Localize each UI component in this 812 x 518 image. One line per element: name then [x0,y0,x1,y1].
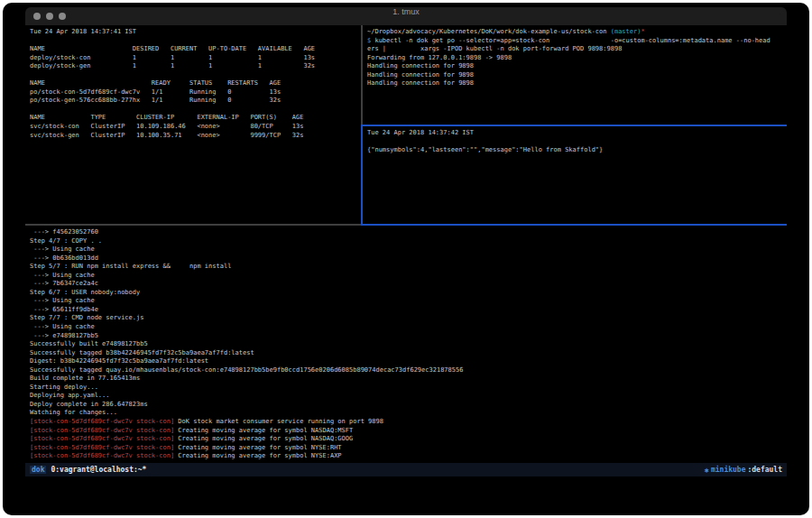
terminal-line: Deploy complete in 286.647823ms [30,401,787,410]
terminal-line: [stock-con-5d7df689cf-dwc7v stock-con] C… [30,452,787,461]
terminal-line: Successfully built e74898127bb5 [30,340,787,349]
window-titlebar[interactable]: 1. tmux [25,7,787,25]
terminal-line: [stock-con-5d7df689cf-dwc7v stock-con] C… [30,427,787,436]
terminal-line: deploy/stock-con 1 1 1 1 13s [30,54,360,63]
tmux-status-bar: dok 0:vagrant@localhost:~* ⎈ minikube :d… [25,463,787,476]
terminal-line: Step 5/7 : RUN npm install express && np… [30,263,787,272]
terminal-line [30,37,360,46]
terminal-window: 1. tmux Tue 24 Apr 2018 14:37:41 ISTNAME… [25,7,787,476]
close-window-button[interactable] [33,13,41,20]
terminal-line: Watching for changes... [30,409,787,418]
terminal-line: Handling connection for 9898 [367,71,787,80]
terminal-line: Handling connection for 9898 [367,62,787,71]
terminal-line: NAME TYPE CLUSTER-IP EXTERNAL-IP PORT(S)… [30,114,360,123]
tmux-client: Tue 24 Apr 2018 14:37:41 ISTNAME DESIRED… [25,25,787,476]
window-title: 1. tmux [25,7,787,16]
terminal-line: $ kubectl -n dok get po --selector=app=s… [367,37,787,46]
kube-namespace-label: :default [747,466,782,474]
terminal-line: ---> Using cache [30,323,787,332]
terminal-line: Deploying app.yaml... [30,392,787,401]
terminal-line: [stock-con-5d7df689cf-dwc7v stock-con] C… [30,435,787,444]
terminal-line: ---> 7b6347ce2a4c [30,280,787,289]
terminal-line: Step 4/7 : COPY . . [30,237,787,246]
terminal-line [30,106,360,115]
terminal-line: po/stock-con-5d7df689cf-dwc7v 1/1 Runnin… [30,88,360,97]
pane-port-forward[interactable]: ~/Dropbox/advocacy/Kubernetes/DoK/work/d… [363,25,787,125]
terminal-line: Successfully tagged b38b42246945fd7f32c5… [30,349,787,358]
terminal-line: deploy/stock-gen 1 1 1 1 32s [30,62,360,71]
kubernetes-helm-icon: ⎈ [705,466,709,475]
terminal-line: ~/Dropbox/advocacy/Kubernetes/DoK/work/d… [367,28,787,37]
pane-skaffold-build-log[interactable]: ---> f45623052760Step 4/7 : COPY . . ---… [25,226,787,463]
terminal-line: ---> Using cache [30,245,787,254]
terminal-line: NAME READY STATUS RESTARTS AGE [30,79,360,88]
terminal-line: Step 6/7 : USER nobody:nobody [30,289,787,298]
terminal-line: ---> Using cache [30,272,787,281]
traffic-lights [33,13,66,20]
terminal-line: ---> 65611ff9db4e [30,306,787,315]
zoom-window-button[interactable] [59,13,66,20]
terminal-line: NAME DESIRED CURRENT UP-TO-DATE AVAILABL… [30,45,360,54]
tmux-session-name[interactable]: dok [30,466,46,474]
minimize-window-button[interactable] [46,13,53,20]
terminal-line: Handling connection for 9898 [367,79,787,88]
terminal-line: ---> Using cache [30,297,787,306]
terminal-line: Tue 24 Apr 2018 14:37:42 IST [367,129,787,138]
terminal-line: Forwarding from 127.0.0.1:9898 -> 9898 [367,54,787,63]
terminal-line [367,138,787,147]
pane-kubectl-watch[interactable]: Tue 24 Apr 2018 14:37:41 ISTNAME DESIRED… [25,25,360,224]
terminal-line: {"numsymbols":4,"lastseen":"","message":… [367,146,787,155]
desktop-background: 1. tmux Tue 24 Apr 2018 14:37:41 ISTNAME… [3,3,809,515]
tmux-status-right: ⎈ minikube :default [705,466,782,475]
terminal-line: svc/stock-gen ClusterIP 10.100.35.71 <no… [30,132,360,141]
terminal-line: ---> 0b636bd013dd [30,254,787,264]
terminal-line: ---> e74898127bb5 [30,332,787,341]
tmux-window-label[interactable]: 0:vagrant@localhost:~* [51,466,146,474]
terminal-line: Digest: b38b42246945fd7f32c5ba9aea7af7fd… [30,357,787,366]
pane-curl-output[interactable]: Tue 24 Apr 2018 14:37:42 IST{"numsymbols… [363,126,787,224]
terminal-line: Tue 24 Apr 2018 14:37:41 IST [30,28,360,37]
terminal-line: po/stock-gen-576cc688bb-277hx 1/1 Runnin… [30,97,360,106]
terminal-line: Build complete in 77.165413ms [30,375,787,384]
terminal-line [30,71,360,80]
terminal-line: [stock-con-5d7df689cf-dwc7v stock-con] C… [30,444,787,453]
terminal-line: Starting deploy... [30,384,787,393]
terminal-line: ---> f45623052760 [30,228,787,237]
terminal-line: Successfully tagged quay.io/mhausenblas/… [30,366,787,375]
kube-context-label: minikube [711,466,746,474]
terminal-line: ers | xargs -IPOD kubectl -n dok port-fo… [367,45,787,54]
terminal-line: [stock-con-5d7df689cf-dwc7v stock-con] D… [30,418,787,427]
terminal-line: svc/stock-con ClusterIP 10.109.186.46 <n… [30,123,360,132]
terminal-line: Step 7/7 : CMD node service.js [30,314,787,323]
